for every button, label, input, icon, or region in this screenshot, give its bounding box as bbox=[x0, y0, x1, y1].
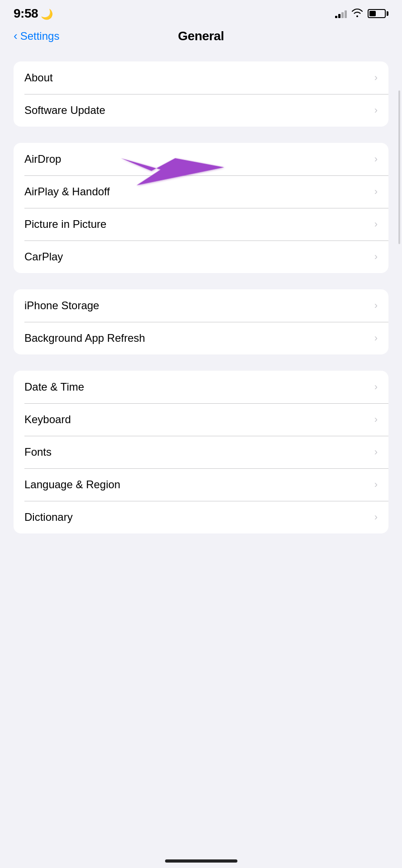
picture-in-picture-chevron-icon: › bbox=[374, 218, 378, 230]
settings-group-1: About › Software Update › bbox=[14, 61, 388, 127]
language-region-chevron-icon: › bbox=[374, 479, 378, 491]
keyboard-label: Keyboard bbox=[24, 413, 71, 426]
moon-icon: 🌙 bbox=[41, 9, 53, 20]
settings-row-language-region[interactable]: Language & Region › bbox=[14, 468, 388, 501]
carplay-chevron-icon: › bbox=[374, 251, 378, 263]
status-time-area: 9:58🌙 bbox=[14, 6, 53, 21]
wifi-icon bbox=[351, 8, 363, 19]
iphone-storage-label: iPhone Storage bbox=[24, 299, 99, 312]
signal-bar-3 bbox=[341, 12, 344, 18]
settings-group-4: Date & Time › Keyboard › Fonts › Languag… bbox=[14, 371, 388, 533]
about-chevron-icon: › bbox=[374, 72, 378, 84]
fonts-chevron-icon: › bbox=[374, 446, 378, 458]
software-update-chevron-icon: › bbox=[374, 104, 378, 116]
settings-content: About › Software Update › AirDrop › AirP… bbox=[0, 52, 402, 542]
signal-bar-1 bbox=[335, 16, 337, 18]
airplay-handoff-label: AirPlay & Handoff bbox=[24, 185, 110, 198]
dictionary-chevron-icon: › bbox=[374, 511, 378, 523]
settings-row-fonts[interactable]: Fonts › bbox=[14, 436, 388, 468]
about-label: About bbox=[24, 71, 53, 84]
settings-row-date-time[interactable]: Date & Time › bbox=[14, 371, 388, 403]
language-region-label: Language & Region bbox=[24, 478, 120, 491]
settings-row-carplay[interactable]: CarPlay › bbox=[14, 241, 388, 273]
signal-bar-4 bbox=[345, 10, 347, 18]
status-bar: 9:58🌙 bbox=[0, 0, 402, 24]
status-icons bbox=[335, 8, 388, 19]
settings-row-dictionary[interactable]: Dictionary › bbox=[14, 501, 388, 533]
fonts-label: Fonts bbox=[24, 446, 52, 458]
settings-group-2: AirDrop › AirPlay & Handoff › Picture in… bbox=[14, 143, 388, 273]
settings-row-background-app-refresh[interactable]: Background App Refresh › bbox=[14, 322, 388, 354]
date-time-chevron-icon: › bbox=[374, 381, 378, 393]
settings-row-software-update[interactable]: Software Update › bbox=[14, 94, 388, 127]
date-time-label: Date & Time bbox=[24, 381, 84, 393]
airplay-handoff-chevron-icon: › bbox=[374, 186, 378, 198]
settings-row-keyboard[interactable]: Keyboard › bbox=[14, 403, 388, 436]
signal-bar-2 bbox=[338, 14, 341, 18]
carplay-label: CarPlay bbox=[24, 250, 63, 263]
background-app-refresh-chevron-icon: › bbox=[374, 332, 378, 344]
battery-icon bbox=[368, 9, 388, 18]
airdrop-chevron-icon: › bbox=[374, 153, 378, 165]
software-update-label: Software Update bbox=[24, 104, 105, 117]
dictionary-label: Dictionary bbox=[24, 511, 73, 524]
home-indicator bbox=[165, 859, 237, 863]
airdrop-label: AirDrop bbox=[24, 153, 61, 165]
navigation-bar: ‹ Settings General bbox=[0, 24, 402, 52]
page-title: General bbox=[178, 29, 224, 43]
scrollbar[interactable] bbox=[398, 90, 400, 244]
back-button-label: Settings bbox=[20, 30, 60, 42]
back-chevron-icon: ‹ bbox=[14, 29, 18, 43]
picture-in-picture-label: Picture in Picture bbox=[24, 218, 106, 231]
time-display: 9:58 bbox=[14, 6, 38, 20]
iphone-storage-chevron-icon: › bbox=[374, 300, 378, 311]
settings-row-iphone-storage[interactable]: iPhone Storage › bbox=[14, 289, 388, 322]
settings-row-airplay-handoff[interactable]: AirPlay & Handoff › bbox=[14, 175, 388, 208]
settings-row-picture-in-picture[interactable]: Picture in Picture › bbox=[14, 208, 388, 241]
signal-icon bbox=[335, 9, 347, 18]
settings-row-about[interactable]: About › bbox=[14, 61, 388, 94]
keyboard-chevron-icon: › bbox=[374, 414, 378, 425]
settings-row-airdrop[interactable]: AirDrop › bbox=[14, 143, 388, 175]
background-app-refresh-label: Background App Refresh bbox=[24, 332, 145, 344]
back-button[interactable]: ‹ Settings bbox=[14, 30, 59, 43]
settings-group-3: iPhone Storage › Background App Refresh … bbox=[14, 289, 388, 354]
